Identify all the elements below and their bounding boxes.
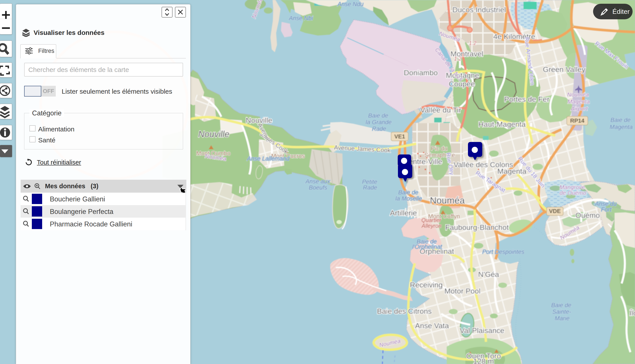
svg-text:Receiving: Receiving bbox=[410, 280, 442, 289]
svg-text:Fort: Fort bbox=[601, 206, 612, 213]
svg-text:Motor Pool: Motor Pool bbox=[444, 287, 480, 295]
svg-text:Port Despointes: Port Despointes bbox=[482, 248, 524, 255]
svg-text:Haut-Magenta: Haut-Magenta bbox=[478, 120, 526, 128]
svg-text:Anse Ndu: Anse Ndu bbox=[337, 1, 364, 8]
svg-text:Airport: Airport bbox=[570, 105, 588, 112]
svg-text:VDE: VDE bbox=[549, 208, 560, 214]
svg-text:Anse aux: Anse aux bbox=[305, 178, 331, 185]
svg-text:Ouémo: Ouémo bbox=[575, 211, 600, 220]
svg-text:Alleyron: Alleyron bbox=[421, 223, 441, 229]
svg-text:Baie de: Baie de bbox=[368, 112, 388, 119]
svg-text:Green Valley: Green Valley bbox=[543, 65, 585, 74]
svg-text:VE1: VE1 bbox=[394, 133, 405, 140]
svg-text:Ducos Industriel: Ducos Industriel bbox=[452, 6, 506, 14]
svg-text:Magenta: Magenta bbox=[609, 124, 632, 130]
svg-text:Vallée des Colons: Vallée des Colons bbox=[453, 160, 513, 169]
svg-text:la Grande: la Grande bbox=[366, 119, 392, 126]
svg-text:Baie de: Baie de bbox=[610, 117, 630, 123]
svg-text:Nouville: Nouville bbox=[246, 116, 272, 124]
svg-text:Vallée du Tir: Vallée du Tir bbox=[420, 106, 461, 114]
svg-text:Faubourg-Blanchot: Faubourg-Blanchot bbox=[445, 223, 509, 232]
svg-text:Nouville: Nouville bbox=[198, 129, 229, 139]
svg-text:Magenta: Magenta bbox=[567, 98, 589, 105]
svg-text:RP14: RP14 bbox=[570, 118, 584, 124]
svg-text:Artillerie: Artillerie bbox=[390, 209, 417, 217]
svg-text:1.2: 1.2 bbox=[454, 56, 462, 62]
svg-text:l'Orphelinat: l'Orphelinat bbox=[412, 244, 442, 250]
svg-text:Nouméa: Nouméa bbox=[430, 195, 465, 206]
svg-text:Marie: Marie bbox=[555, 315, 569, 322]
svg-text:Coupée: Coupée bbox=[449, 80, 475, 88]
svg-text:Pic du: Pic du bbox=[431, 145, 447, 152]
svg-text:Anse Nbi: Anse Nbi bbox=[288, 15, 313, 22]
svg-text:Rade: Rade bbox=[372, 126, 386, 132]
svg-text:128 m: 128 m bbox=[473, 357, 494, 364]
svg-text:Baie de: Baie de bbox=[551, 302, 571, 308]
svg-text:N'Géa: N'Géa bbox=[478, 270, 499, 278]
svg-text:Portes de Fer: Portes de Fer bbox=[504, 95, 549, 103]
svg-text:Boeufs: Boeufs bbox=[309, 184, 327, 191]
svg-text:Baie de: Baie de bbox=[398, 189, 418, 196]
svg-text:Quartier: Quartier bbox=[421, 217, 442, 223]
svg-text:Baie des Citrons: Baie des Citrons bbox=[377, 307, 431, 315]
svg-text:de Ouémo: de Ouémo bbox=[559, 190, 586, 196]
svg-text:Anse Lallemand: Anse Lallemand bbox=[247, 155, 290, 162]
svg-text:Doniambo: Doniambo bbox=[404, 68, 438, 77]
svg-text:Îlo: Îlo bbox=[629, 309, 635, 317]
svg-text:Sainte-: Sainte- bbox=[552, 308, 571, 315]
svg-text:Anse Vata: Anse Vata bbox=[415, 322, 449, 330]
svg-text:1.2: 1.2 bbox=[469, 40, 476, 46]
svg-text:Val Plaisance: Val Plaisance bbox=[460, 326, 504, 334]
svg-text:Nouméa: Nouméa bbox=[567, 91, 589, 98]
svg-text:Rade: Rade bbox=[363, 184, 377, 191]
svg-text:la Moselle: la Moselle bbox=[395, 195, 422, 202]
